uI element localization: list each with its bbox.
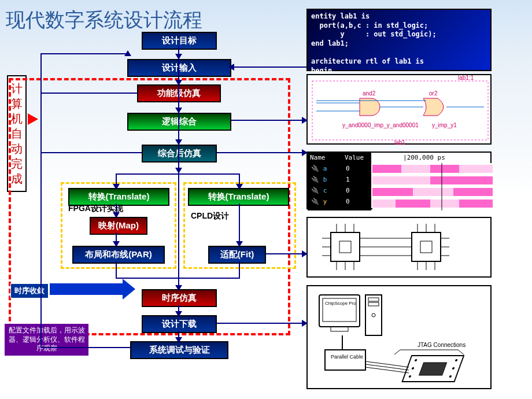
flow-line xyxy=(40,347,130,348)
step-design-input: 设计输入 xyxy=(127,59,231,77)
cpld-label: CPLD设计 xyxy=(191,211,229,221)
svg-text:Parallel Cable: Parallel Cable xyxy=(331,354,363,360)
svg-text:y_and0000_imp_y_and00001: y_and0000_imp_y_and00001 xyxy=(342,122,419,128)
svg-rect-22 xyxy=(372,200,396,208)
flow-line xyxy=(231,66,306,68)
step-fit: 适配(Fit) xyxy=(208,246,266,264)
arrow-icon xyxy=(113,212,120,218)
svg-rect-18 xyxy=(430,176,493,184)
svg-rect-63 xyxy=(368,298,379,301)
step-design-goal: 设计目标 xyxy=(142,32,217,50)
arrow-icon xyxy=(175,285,182,291)
arrow-icon xyxy=(175,311,182,317)
arrow-icon xyxy=(175,337,182,343)
svg-rect-71 xyxy=(419,363,447,375)
debug-note: 配置文件加载后，用示波器、逻辑分析仪、软件程序观察 xyxy=(5,324,88,356)
timing-arrow xyxy=(50,283,125,295)
svg-text:ChipScope Pro: ChipScope Pro xyxy=(325,301,356,306)
svg-text:and2: and2 xyxy=(363,90,376,97)
waveform-panel: Name Value |200,000 ps 🔌 a 🔌 b 🔌 c 🔌 y 0… xyxy=(306,152,492,209)
svg-rect-14 xyxy=(401,165,430,173)
arrow-icon xyxy=(113,241,120,247)
svg-point-65 xyxy=(372,313,375,317)
arrow-icon xyxy=(302,117,308,124)
flow-line xyxy=(239,261,240,278)
vhdl-code-panel: entity lab1 is port(a,b,c : in std_logic… xyxy=(306,9,492,71)
step-logic-synth: 逻辑综合 xyxy=(127,113,231,131)
svg-rect-24 xyxy=(430,200,459,208)
svg-rect-0 xyxy=(312,81,488,140)
svg-text:or2: or2 xyxy=(429,90,438,97)
arrow-icon xyxy=(302,250,308,257)
svg-text:lab1:1: lab1:1 xyxy=(458,75,474,81)
red-arrow-in xyxy=(28,113,38,125)
svg-rect-66 xyxy=(325,350,365,370)
svg-rect-23 xyxy=(396,200,430,208)
svg-rect-25 xyxy=(459,200,493,208)
svg-rect-42 xyxy=(420,241,432,253)
step-timing-sim: 时序仿真 xyxy=(142,289,217,307)
flow-line xyxy=(239,204,240,246)
svg-rect-19 xyxy=(372,188,413,196)
step-post-synth-sim: 综合后仿真 xyxy=(142,145,217,162)
flow-line xyxy=(217,152,306,153)
page-title: 现代数字系统设计流程 xyxy=(6,7,202,34)
svg-text:JTAG Connections: JTAG Connections xyxy=(418,342,466,348)
svg-text:y_imp_y1: y_imp_y1 xyxy=(432,122,457,128)
arrow-icon xyxy=(113,184,120,190)
arrow-icon xyxy=(236,241,243,247)
step-map: 映射(Map) xyxy=(90,217,147,235)
svg-rect-27 xyxy=(331,232,360,261)
arrow-icon xyxy=(175,108,182,113)
step-par: 布局和布线(PAR) xyxy=(72,246,165,264)
flow-line xyxy=(217,323,306,324)
arrow-icon xyxy=(124,50,131,56)
svg-rect-61 xyxy=(331,327,348,331)
svg-rect-20 xyxy=(413,188,453,196)
flow-line xyxy=(40,53,42,348)
arrow-icon xyxy=(175,54,182,60)
flow-line xyxy=(40,53,127,54)
flow-line xyxy=(116,261,117,278)
svg-rect-17 xyxy=(372,176,430,184)
timing-closure-label: 时序收敛 xyxy=(10,283,49,298)
arrow-icon xyxy=(175,168,182,173)
floorplan-panel xyxy=(306,217,492,278)
svg-text:lab1: lab1 xyxy=(394,139,405,146)
arrow-icon xyxy=(236,184,243,190)
arrow-icon xyxy=(175,80,182,86)
flow-line xyxy=(116,173,240,175)
arrow-icon xyxy=(228,64,234,71)
step-download: 设计下载 xyxy=(142,315,217,333)
svg-rect-28 xyxy=(339,241,351,253)
step-debug: 系统调试与验证 xyxy=(130,341,228,359)
svg-rect-15 xyxy=(430,165,459,173)
programming-panel: ChipScope Pro Parallel Cable JTAG Connec… xyxy=(306,285,492,389)
arrow-icon xyxy=(302,320,308,327)
flow-line xyxy=(40,152,142,153)
svg-rect-21 xyxy=(453,188,493,196)
svg-rect-64 xyxy=(368,302,379,306)
arrow-icon xyxy=(302,149,308,156)
timing-arrow-head xyxy=(123,279,135,300)
svg-rect-41 xyxy=(412,232,441,261)
svg-rect-16 xyxy=(459,165,493,173)
schematic-panel: lab1:1 lab1 and2 y_and0000_imp_y_and0000… xyxy=(306,74,492,145)
svg-rect-13 xyxy=(372,165,401,173)
flow-line xyxy=(40,93,138,94)
svg-rect-58 xyxy=(319,295,360,327)
flow-line xyxy=(266,253,306,254)
arrow-icon xyxy=(175,139,182,145)
flow-line xyxy=(231,120,306,121)
